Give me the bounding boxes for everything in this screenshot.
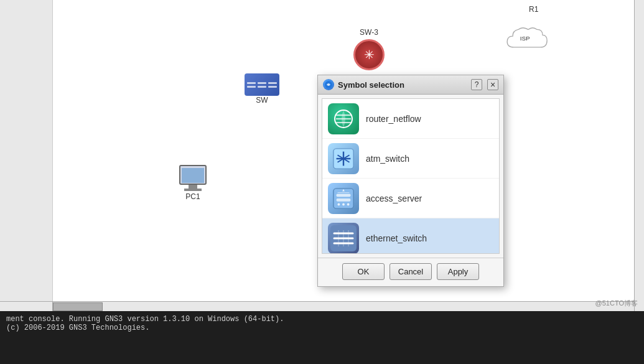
dialog-title-text: Symbol selection [338,80,404,90]
sw-icon [245,73,279,96]
access-server-thumb [327,182,360,215]
r1-label: R1 [529,5,538,14]
node-r1-label: R1 [529,5,538,14]
node-isp[interactable]: ISP [503,24,553,55]
sw3-label: SW-3 [360,28,378,37]
ethernet-switch-name: ethernet_switch [366,233,427,243]
svg-point-12 [338,203,340,205]
left-sidebar [0,0,53,311]
node-sw[interactable]: SW [245,73,279,105]
router-netflow-icon [328,103,359,134]
symbol-item-router-netflow[interactable]: router_netflow [322,99,499,139]
apply-button[interactable]: Apply [437,263,479,280]
ethernet-switch-icon [328,223,359,254]
svg-rect-11 [337,198,351,202]
node-sw3[interactable]: SW-3 ✳ [353,28,385,70]
dialog-title-left: Symbol selection [323,79,404,90]
access-server-icon [328,183,359,214]
svg-text:ISP: ISP [520,35,530,42]
dialog-titlebar: Symbol selection ? × [318,75,503,95]
isp-cloud-icon: ISP [503,24,553,55]
bottom-scrollbar-corner [0,301,53,311]
pc1-label: PC1 [185,192,200,201]
router-netflow-thumb [327,103,360,135]
pc-icon [176,165,210,192]
sw-label: SW [256,96,268,105]
svg-point-14 [347,203,350,205]
symbol-item-atm-switch[interactable]: atm_switch [322,139,499,179]
symbol-item-ethernet-switch[interactable]: ethernet_switch [322,218,499,254]
dialog-app-icon [323,79,334,90]
sw3-inner-symbol: ✳ [364,47,375,62]
watermark: @51CTO博客 [595,299,638,308]
dialog-help-button[interactable]: ? [471,79,482,90]
sw3-icon: ✳ [353,39,385,70]
vertical-scrollbar[interactable] [634,0,644,311]
node-pc1[interactable]: PC1 [176,165,210,201]
dialog-buttons: OK Cancel Apply [318,258,503,286]
console-line1: ment console. Running GNS3 version 1.3.1… [6,315,638,324]
horizontal-scrollbar[interactable] [53,301,644,311]
console-bar: ment console. Running GNS3 version 1.3.1… [0,311,644,364]
atm-switch-thumb [327,142,360,175]
scrollbar-thumb[interactable] [53,302,103,311]
router-netflow-name: router_netflow [366,114,421,124]
dialog-close-button[interactable]: × [487,79,498,90]
symbol-selection-dialog: Symbol selection ? × router_ [317,75,504,287]
ok-button[interactable]: OK [342,263,385,280]
access-server-name: access_server [366,194,422,203]
cancel-button[interactable]: Cancel [390,263,432,280]
dialog-title-right: ? × [471,79,498,90]
svg-rect-10 [337,194,351,197]
atm-switch-icon [328,143,359,174]
symbol-list[interactable]: router_netflow atm_switch [322,98,500,254]
svg-point-13 [342,203,345,205]
symbol-item-access-server[interactable]: access_server [322,179,499,218]
console-line2: (c) 2006-2019 GNS3 Technologies. [6,324,638,332]
ethernet-switch-thumb [327,222,360,254]
atm-switch-name: atm_switch [366,154,409,164]
